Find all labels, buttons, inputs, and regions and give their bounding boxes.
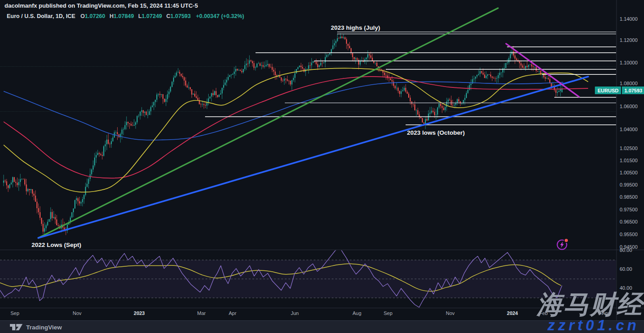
price-axis-tick: 1.12000 <box>620 37 638 43</box>
tradingview-chart-page: dacolmanfx published on TradingView.com,… <box>0 0 644 333</box>
symbol-info-row[interactable]: Euro / U.S. Dollar, 1D, ICE O1.07260 H1.… <box>7 13 244 19</box>
price-axis-tick: 0.95500 <box>620 232 638 237</box>
open-value: 1.07260 <box>85 13 105 19</box>
close-label: C <box>166 13 170 19</box>
candles-layer <box>3 33 562 235</box>
watermark-url: zzrt01.cn <box>548 317 639 333</box>
time-axis-tick: Nov <box>446 310 455 316</box>
price-axis-tick: 0.97500 <box>620 207 638 212</box>
last-price-symbol: EURUSD <box>595 88 621 93</box>
time-axis-tick: 2023 <box>134 310 145 316</box>
time-axis-tick: Jun <box>291 310 299 316</box>
time-axis-tick: Mar <box>197 310 206 316</box>
last-price-value: 1.07593 <box>622 88 644 93</box>
published-line: dacolmanfx published on TradingView.com,… <box>5 2 198 9</box>
high-value: 1.07849 <box>114 13 134 19</box>
time-axis-tick: Aug <box>352 310 361 316</box>
tradingview-brand-text[interactable]: TradingView <box>26 324 62 331</box>
price-axis-tick: 1.00500 <box>620 170 638 175</box>
open-label: O <box>81 13 85 19</box>
rsi-axis-tick: 60.00 <box>620 266 632 272</box>
ma_blue-line[interactable] <box>4 82 563 140</box>
symbol-title[interactable]: Euro / U.S. Dollar, 1D, ICE <box>7 13 75 19</box>
notification-dot-icon <box>565 239 568 242</box>
low-value: 1.07249 <box>142 13 162 19</box>
price-axis-tick: 1.14000 <box>620 16 638 22</box>
annotation-2023-lows[interactable]: 2023 lows (October) <box>407 129 465 136</box>
price-axis-tick: 1.08000 <box>620 81 638 86</box>
tradingview-logo-icon[interactable] <box>10 324 23 331</box>
close-value: 1.07593 <box>170 13 191 19</box>
price-axis-tick: 1.04000 <box>620 127 638 132</box>
rsi-axis-tick: 80.00 <box>620 247 632 253</box>
annotation-2023-highs[interactable]: 2023 highs (July) <box>331 24 380 31</box>
time-axis-tick: Sep <box>10 310 19 316</box>
high-label: H <box>110 13 114 19</box>
time-axis-tick: Apr <box>228 310 236 316</box>
price-axis-tick: 1.01500 <box>620 158 638 163</box>
time-axis-tick: Sep <box>384 310 393 316</box>
price-axis-tick: 1.10000 <box>620 60 638 65</box>
chart-canvas[interactable] <box>0 0 644 333</box>
price-axis-tick: 1.06000 <box>620 104 638 109</box>
lightning-bolt-icon <box>560 242 564 248</box>
price-axis-tick: 0.96500 <box>620 219 638 224</box>
price-axis-tick: 1.02500 <box>620 146 638 151</box>
change-value: +0.00347 (+0.32%) <box>196 13 244 19</box>
price-axis-tick: 0.99500 <box>620 182 638 187</box>
rsi-pane[interactable] <box>0 248 616 307</box>
last-price-label: EURUSD 1.07593 <box>595 87 644 94</box>
annotation-2022-lows[interactable]: 2022 Lows (Sept) <box>32 242 81 248</box>
time-axis-tick: 2024 <box>507 310 518 316</box>
time-axis-tick: Nov <box>73 310 82 316</box>
price-axis-tick: 0.98500 <box>620 194 638 200</box>
price-pane[interactable] <box>3 8 616 238</box>
boost-icon[interactable] <box>555 237 571 251</box>
